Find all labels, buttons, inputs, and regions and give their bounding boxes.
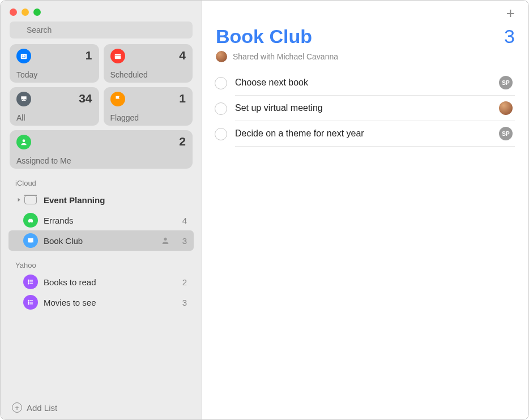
reminder-row[interactable]: Set up virtual meeting — [211, 96, 519, 121]
svg-point-9 — [29, 222, 30, 223]
list-movies-to-see[interactable]: Movies to see 3 — [8, 292, 194, 312]
svg-point-12 — [28, 280, 29, 281]
list-label: Event Planning — [44, 195, 187, 205]
smart-flagged-count: 1 — [179, 92, 186, 105]
svg-point-10 — [31, 222, 32, 223]
svg-point-16 — [28, 283, 29, 284]
smart-today-count: 1 — [86, 49, 92, 62]
smart-flagged[interactable]: 1 Flagged — [104, 87, 193, 126]
main-toolbar: + — [202, 1, 528, 25]
bullet-list-icon — [23, 275, 38, 289]
reminder-checkbox[interactable] — [215, 128, 227, 140]
smart-assigned-count: 2 — [179, 135, 186, 148]
add-list-label: Add List — [27, 403, 57, 413]
reminder-title: Choose next book — [235, 78, 308, 88]
smart-all-label: All — [16, 113, 92, 122]
calendar-today-icon: 12 — [16, 49, 31, 63]
assignee-badge: SP — [499, 127, 513, 140]
close-button[interactable] — [10, 8, 17, 16]
reminder-checkbox[interactable] — [215, 102, 227, 115]
assignee-avatar — [499, 101, 513, 115]
list-header: Book Club 3 — [202, 25, 528, 48]
smart-all[interactable]: 34 All — [10, 87, 99, 126]
add-list-button[interactable]: + Add List — [1, 397, 202, 419]
folder-icon — [24, 195, 37, 204]
smart-today[interactable]: 12 1 Today — [10, 44, 99, 83]
calendar-icon — [110, 49, 125, 63]
list-label: Errands — [44, 216, 176, 225]
person-icon — [16, 135, 31, 149]
list-label: Book Club — [44, 236, 161, 246]
svg-rect-6 — [114, 54, 121, 59]
svg-point-18 — [28, 300, 29, 301]
list-title: Book Club — [216, 25, 312, 48]
assignee-badge: SP — [499, 76, 513, 89]
svg-point-14 — [28, 281, 29, 282]
add-reminder-button[interactable]: + — [506, 5, 515, 22]
list-books-to-read[interactable]: Books to read 2 — [8, 272, 194, 292]
reminder-row[interactable]: Decide on a theme for next year SP — [211, 121, 519, 147]
section-header-icloud: iCloud — [1, 169, 202, 190]
svg-text:12: 12 — [22, 55, 26, 58]
svg-point-20 — [28, 302, 29, 303]
reminder-list: Choose next book SP Set up virtual meeti… — [202, 70, 528, 147]
car-icon — [23, 213, 38, 228]
smart-scheduled-label: Scheduled — [110, 70, 186, 79]
reminder-checkbox[interactable] — [215, 77, 227, 89]
reminder-row[interactable]: Choose next book SP — [211, 70, 519, 96]
svg-point-8 — [23, 139, 25, 142]
main-panel: + Book Club 3 Shared with Michael Cavann… — [202, 1, 528, 419]
plus-circle-icon: + — [12, 402, 22, 413]
svg-rect-3 — [22, 53, 23, 54]
search-container — [10, 22, 193, 38]
minimize-button[interactable] — [22, 8, 29, 16]
list-label: Movies to see — [44, 298, 176, 307]
sidebar: 12 1 Today 4 Scheduled — [1, 1, 202, 419]
avatar — [216, 51, 227, 62]
book-icon — [23, 233, 38, 248]
list-count: 3 — [176, 298, 187, 307]
smart-scheduled-count: 4 — [179, 49, 186, 62]
maximize-button[interactable] — [33, 8, 41, 16]
svg-point-11 — [164, 238, 167, 241]
chevron-right-icon — [15, 198, 23, 202]
shared-with-label: Shared with Michael Cavanna — [233, 52, 338, 61]
smart-all-count: 34 — [79, 92, 92, 105]
folder-event-planning[interactable]: Event Planning — [8, 190, 194, 210]
app-window: 12 1 Today 4 Scheduled — [0, 0, 529, 420]
smart-today-label: Today — [16, 70, 92, 79]
list-book-club[interactable]: Book Club 3 — [8, 230, 194, 251]
list-label: Books to read — [44, 277, 176, 287]
list-header-count: 3 — [504, 25, 515, 48]
smart-scheduled[interactable]: 4 Scheduled — [104, 44, 193, 83]
reminder-title: Decide on a theme for next year — [235, 128, 364, 139]
section-header-yahoo: Yahoo — [1, 251, 202, 272]
svg-rect-4 — [25, 53, 25, 54]
list-count: 2 — [176, 277, 187, 287]
smart-lists-grid: 12 1 Today 4 Scheduled — [1, 44, 202, 169]
list-count: 4 — [176, 216, 187, 225]
window-controls — [1, 1, 202, 22]
reminder-title: Set up virtual meeting — [235, 103, 323, 113]
bullet-list-icon — [23, 295, 38, 310]
svg-point-22 — [28, 303, 29, 305]
smart-flagged-label: Flagged — [110, 113, 186, 122]
smart-assigned-label: Assigned to Me — [16, 156, 186, 165]
shared-icon — [161, 236, 170, 245]
list-count: 3 — [176, 236, 187, 246]
tray-icon — [16, 92, 31, 106]
search-input[interactable] — [10, 22, 193, 38]
smart-assigned[interactable]: 2 Assigned to Me — [10, 130, 193, 169]
list-errands[interactable]: Errands 4 — [8, 210, 194, 230]
flag-icon — [110, 92, 125, 106]
shared-with-row[interactable]: Shared with Michael Cavanna — [202, 48, 528, 70]
